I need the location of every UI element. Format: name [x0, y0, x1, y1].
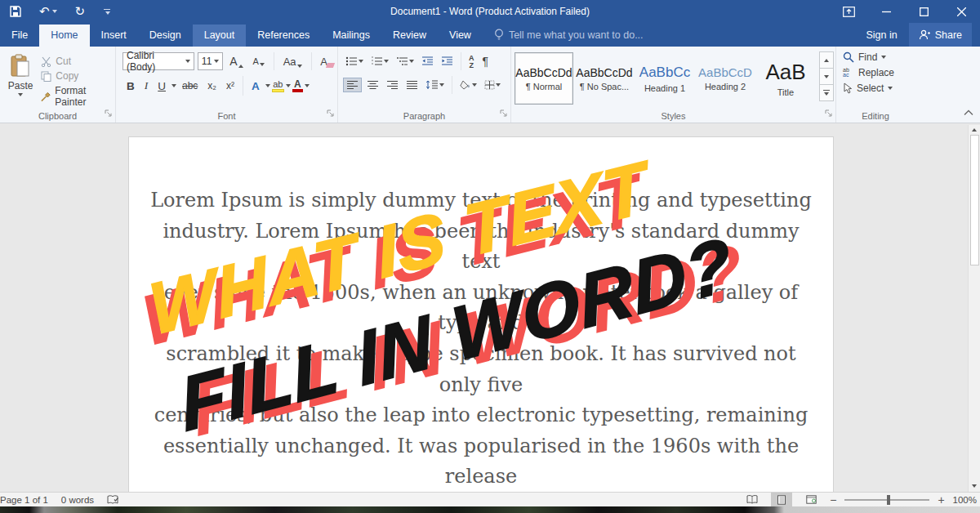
style-no-spacing[interactable]: AaBbCcDd ¶ No Spac...	[575, 52, 634, 105]
tab-design[interactable]: Design	[138, 25, 193, 47]
subscript-button[interactable]: x₂	[203, 78, 220, 93]
superscript-button[interactable]: x²	[222, 78, 238, 93]
select-button[interactable]: Select	[843, 83, 915, 94]
cut-button[interactable]: Cut	[41, 56, 115, 67]
font-color-button[interactable]: A	[292, 80, 303, 92]
align-right-button[interactable]	[384, 78, 401, 91]
font-size-caret-icon	[214, 60, 219, 63]
font-color-caret-icon[interactable]	[305, 84, 310, 87]
tab-file[interactable]: File	[0, 25, 39, 47]
document-page[interactable]: Lorem Ipsum is simply dummy text of the …	[129, 137, 833, 492]
paint-bucket-icon	[460, 80, 471, 90]
paragraph-dialog-launcher-icon[interactable]	[500, 105, 507, 120]
zoom-slider[interactable]	[844, 499, 929, 501]
bullets-button[interactable]	[343, 55, 366, 68]
style-title[interactable]: AaB Title	[756, 52, 815, 105]
bold-button[interactable]: B	[122, 78, 139, 94]
scrollbar-thumb[interactable]	[970, 135, 979, 265]
style-normal[interactable]: AaBbCcDd ¶ Normal	[514, 52, 573, 105]
zoom-level[interactable]: 100%	[953, 495, 977, 505]
tab-insert[interactable]: Insert	[90, 25, 138, 47]
paste-caret-icon[interactable]	[18, 93, 23, 96]
shading-button[interactable]	[457, 78, 479, 91]
format-painter-button[interactable]: Format Painter	[41, 85, 115, 108]
ribbon-display-options-icon[interactable]	[830, 0, 867, 23]
tab-references[interactable]: References	[246, 25, 321, 47]
styles-dialog-launcher-icon[interactable]	[825, 105, 832, 120]
numbering-button[interactable]	[368, 55, 391, 68]
undo-caret-icon[interactable]	[52, 10, 57, 13]
sort-button[interactable]: AZ	[466, 53, 477, 70]
tab-view[interactable]: View	[438, 25, 483, 47]
save-icon[interactable]	[10, 6, 21, 17]
copy-button[interactable]: Copy	[41, 70, 115, 82]
underline-button[interactable]: U	[154, 78, 170, 94]
text-effects-button[interactable]: A	[247, 78, 264, 94]
clipboard-dialog-launcher-icon[interactable]	[105, 105, 112, 120]
font-color-red-bar-icon	[292, 89, 303, 92]
align-center-button[interactable]	[364, 78, 381, 91]
read-mode-icon[interactable]	[742, 493, 763, 506]
find-button[interactable]: Find	[843, 51, 915, 63]
print-layout-icon[interactable]	[771, 493, 792, 506]
line-spacing-button[interactable]	[423, 78, 447, 91]
text-effects-caret-icon[interactable]	[265, 84, 270, 87]
zoom-in-icon[interactable]: +	[938, 496, 944, 504]
highlight-color-button[interactable]: ab	[272, 80, 284, 92]
vertical-scrollbar[interactable]	[968, 125, 980, 492]
align-left-button[interactable]	[343, 78, 362, 92]
title-bar: ↶ ↻ Document1 - Word (Product Activation…	[0, 0, 980, 23]
styles-scroll-down-icon[interactable]	[819, 68, 834, 85]
clear-formatting-button[interactable]: A	[317, 54, 337, 69]
grow-font-button[interactable]: A	[226, 53, 246, 69]
maximize-icon[interactable]	[905, 0, 942, 23]
font-name-select[interactable]: Calibri (Body)	[122, 52, 194, 70]
font-name-caret-icon	[185, 60, 190, 63]
zoom-out-icon[interactable]: −	[830, 496, 836, 504]
multilevel-list-button[interactable]	[394, 55, 416, 68]
select-caret-icon	[888, 87, 893, 90]
tell-me-box[interactable]: Tell me what you want to do...	[494, 29, 644, 47]
sign-in-link[interactable]: Sign in	[854, 29, 908, 41]
underline-caret-icon[interactable]	[172, 84, 176, 87]
replace-button[interactable]: abac Replace	[843, 67, 915, 78]
customize-qat-icon[interactable]	[103, 9, 110, 15]
scroll-up-icon[interactable]	[972, 128, 977, 132]
status-bar: Page 1 of 1 0 words − + 100%	[0, 492, 980, 506]
clipboard-group-label: Clipboard	[0, 111, 115, 121]
decrease-indent-button[interactable]	[419, 55, 436, 68]
collapse-ribbon-icon[interactable]	[964, 105, 973, 119]
proofing-icon[interactable]	[107, 495, 119, 505]
word-count[interactable]: 0 words	[61, 495, 94, 505]
undo-icon[interactable]: ↶	[39, 4, 57, 19]
borders-button[interactable]	[482, 78, 503, 91]
replace-ab-ac-icon: abac	[843, 68, 854, 78]
tab-layout[interactable]: Layout	[193, 25, 247, 47]
highlight-caret-icon[interactable]	[286, 84, 291, 87]
tab-mailings[interactable]: Mailings	[321, 25, 381, 47]
font-size-select[interactable]: 11	[198, 52, 223, 70]
scroll-down-icon[interactable]	[972, 484, 977, 488]
page-indicator[interactable]: Page 1 of 1	[0, 495, 48, 505]
minimize-icon[interactable]	[867, 0, 905, 23]
increase-indent-button[interactable]	[439, 55, 456, 68]
share-button[interactable]: Share	[909, 23, 972, 47]
show-paragraph-marks-button[interactable]: ¶	[479, 55, 492, 68]
tab-home[interactable]: Home	[39, 25, 89, 47]
document-area: Lorem Ipsum is simply dummy text of the …	[0, 123, 980, 492]
styles-more-icon[interactable]	[819, 84, 834, 101]
strikethrough-button[interactable]: abc	[178, 78, 202, 93]
styles-scroll-up-icon[interactable]	[819, 51, 834, 69]
style-heading-2[interactable]: AaBbCcD Heading 2	[696, 52, 755, 105]
change-case-button[interactable]: Aa	[280, 54, 305, 69]
shrink-font-button[interactable]: A	[250, 55, 268, 68]
web-layout-icon[interactable]	[800, 493, 822, 506]
font-dialog-launcher-icon[interactable]	[327, 105, 334, 120]
italic-button[interactable]: I	[140, 78, 153, 94]
close-icon[interactable]	[942, 0, 980, 23]
redo-icon[interactable]: ↻	[75, 4, 86, 19]
style-heading-1[interactable]: AaBbCc Heading 1	[635, 52, 694, 105]
zoom-slider-thumb[interactable]	[887, 495, 890, 505]
justify-button[interactable]	[403, 78, 421, 91]
tab-review[interactable]: Review	[381, 25, 438, 47]
